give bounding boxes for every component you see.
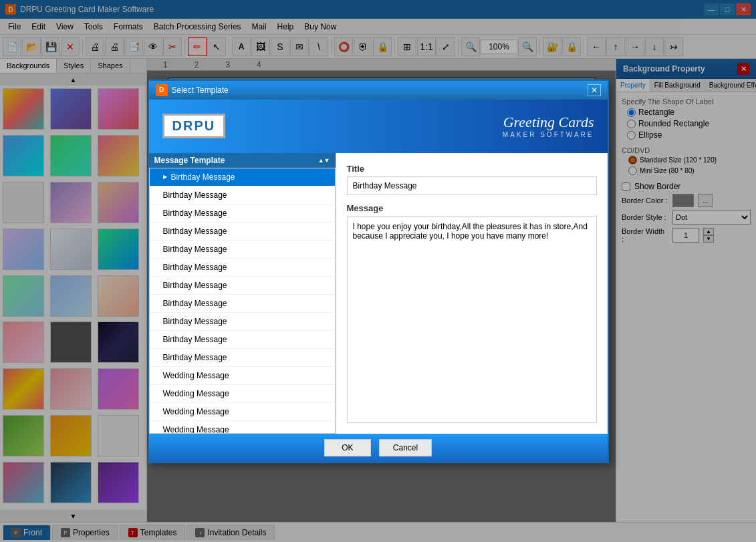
- list-item-text-0: Birthday Message: [171, 172, 235, 182]
- list-scroll-indicator: ▲▼: [318, 157, 330, 164]
- cancel-button[interactable]: Cancel: [379, 439, 432, 456]
- title-field-label: Title: [347, 164, 597, 174]
- dialog-overlay: D Select Template ✕ DRPU Greeting Cards …: [0, 0, 756, 542]
- template-detail-panel: Title Message I hope you enjoy your birt…: [336, 153, 608, 434]
- message-section: Message I hope you enjoy your birthday,A…: [347, 203, 597, 423]
- message-textarea[interactable]: I hope you enjoy your birthday,All the p…: [347, 216, 597, 423]
- list-item-14[interactable]: Wedding Message: [150, 421, 335, 434]
- list-item-text-7: Birthday Message: [163, 299, 227, 308]
- list-item-12[interactable]: Wedding Message: [150, 385, 335, 403]
- greeting-cards-branding: Greeting Cards MAKER SOFTWARE: [503, 114, 594, 138]
- greeting-cards-text: Greeting Cards: [503, 114, 594, 131]
- list-item-0[interactable]: ▶ Birthday Message: [150, 168, 335, 186]
- dialog-footer: OK Cancel: [149, 434, 608, 462]
- list-item-10[interactable]: Birthday Message: [150, 349, 335, 367]
- list-item-6[interactable]: Birthday Message: [150, 277, 335, 295]
- ok-button[interactable]: OK: [324, 439, 371, 456]
- dialog-title: Select Template: [172, 86, 229, 95]
- drpu-logo-text: DRPU: [172, 118, 216, 134]
- list-arrow-0: ▶: [163, 174, 167, 180]
- list-item-5[interactable]: Birthday Message: [150, 259, 335, 277]
- list-item-text-1: Birthday Message: [163, 190, 227, 200]
- list-item-text-12: Wedding Message: [163, 389, 229, 398]
- list-item-text-3: Birthday Message: [163, 227, 227, 236]
- dialog-icon: D: [156, 84, 168, 96]
- list-item-3[interactable]: Birthday Message: [150, 223, 335, 241]
- list-item-1[interactable]: Birthday Message: [150, 186, 335, 205]
- dialog-close-button[interactable]: ✕: [588, 84, 601, 96]
- list-item-text-11: Wedding Message: [163, 371, 229, 380]
- select-template-dialog: D Select Template ✕ DRPU Greeting Cards …: [148, 80, 609, 463]
- template-list-panel: Message Template ▲▼ ▶ Birthday Message B…: [149, 153, 336, 434]
- list-item-text-10: Birthday Message: [163, 353, 227, 362]
- list-item-text-8: Birthday Message: [163, 317, 227, 326]
- list-item-text-14: Wedding Message: [163, 425, 229, 434]
- list-item-9[interactable]: Birthday Message: [150, 331, 335, 349]
- list-item-11[interactable]: Wedding Message: [150, 367, 335, 385]
- list-item-text-13: Wedding Message: [163, 407, 229, 416]
- list-item-2[interactable]: Birthday Message: [150, 205, 335, 223]
- list-item-13[interactable]: Wedding Message: [150, 403, 335, 421]
- dialog-titlebar: D Select Template ✕: [149, 81, 608, 100]
- list-item-8[interactable]: Birthday Message: [150, 313, 335, 331]
- template-list[interactable]: ▶ Birthday Message Birthday Message Birt…: [149, 168, 336, 434]
- list-header: Message Template ▲▼: [149, 153, 336, 168]
- dialog-body: Message Template ▲▼ ▶ Birthday Message B…: [149, 153, 608, 434]
- title-input[interactable]: [347, 176, 597, 195]
- list-item-text-2: Birthday Message: [163, 209, 227, 218]
- message-field-label: Message: [347, 203, 597, 213]
- list-item-text-6: Birthday Message: [163, 281, 227, 290]
- drpu-logo: DRPU: [162, 114, 226, 138]
- list-item-text-4: Birthday Message: [163, 245, 227, 254]
- list-item-text-5: Birthday Message: [163, 263, 227, 272]
- list-item-7[interactable]: Birthday Message: [150, 295, 335, 313]
- dialog-header-banner: DRPU Greeting Cards MAKER SOFTWARE: [149, 100, 608, 153]
- list-item-text-9: Birthday Message: [163, 335, 227, 344]
- greeting-sub-text: MAKER SOFTWARE: [503, 131, 594, 138]
- list-item-4[interactable]: Birthday Message: [150, 241, 335, 259]
- list-column-header: Message Template: [154, 156, 225, 165]
- title-section: Title: [347, 164, 597, 195]
